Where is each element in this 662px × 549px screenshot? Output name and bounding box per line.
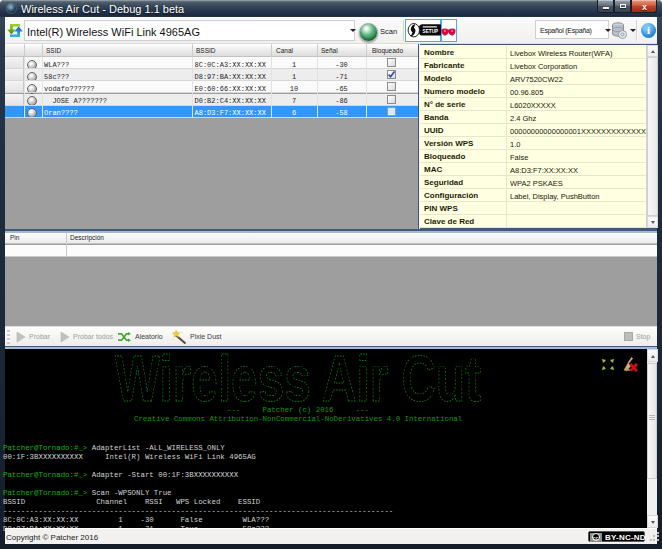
- svg-text:SETUP: SETUP: [423, 28, 439, 34]
